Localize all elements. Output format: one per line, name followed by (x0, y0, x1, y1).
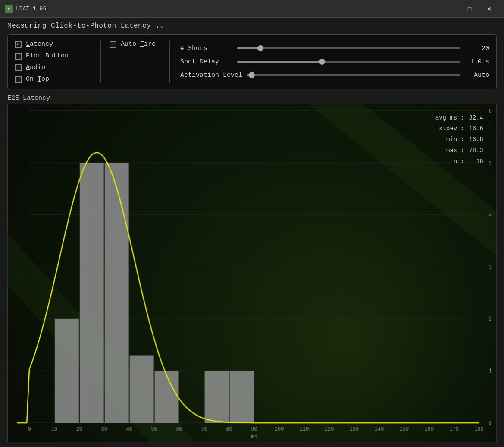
plot-button-label: Plot Button (26, 52, 69, 60)
shot-delay-value: 1.0 s (466, 58, 489, 66)
activation-level-value: Auto (466, 72, 489, 79)
shots-slider[interactable] (237, 47, 460, 49)
window-controls: ─ □ ✕ (440, 0, 499, 18)
activation-level-slider[interactable] (247, 74, 460, 76)
latency-checkbox[interactable]: Latency (15, 41, 92, 48)
stats-overlay: avg ms : 32.4 stdev : 16.6 min : 16.8 ma… (430, 113, 483, 167)
maximize-button[interactable]: □ (460, 0, 479, 18)
avg-label: avg ms : (430, 113, 464, 123)
sliders-section: # Shots 20 Shot Delay 1.0 s (170, 41, 489, 83)
options-checkboxes: Latency Plot Button Audio On Top (15, 41, 101, 83)
main-content: Measuring Click-to-Photon Latency... Lat… (0, 18, 504, 447)
n-label: n : (430, 156, 464, 167)
shot-delay-slider[interactable] (237, 61, 460, 63)
auto-fire-checkbox-box[interactable] (110, 41, 116, 48)
activation-level-row: Activation Level Auto (180, 72, 489, 79)
audio-checkbox[interactable]: Audio (15, 64, 92, 71)
ontop-label: On Top (26, 76, 49, 83)
app-icon: ■ (5, 5, 13, 13)
ontop-checkbox-box[interactable] (15, 76, 22, 83)
main-window: ■ LDAT 1.96 ─ □ ✕ Measuring Click-to-Pho… (0, 0, 504, 447)
stdev-label: stdev : (430, 123, 464, 134)
min-value: 16.8 (466, 134, 483, 145)
status-text: Measuring Click-to-Photon Latency... (7, 22, 497, 30)
stdev-value: 16.6 (466, 123, 483, 134)
n-value: 18 (466, 156, 483, 167)
plot-button-checkbox-box[interactable] (15, 53, 22, 60)
close-button[interactable]: ✕ (479, 0, 499, 18)
max-value: 78.3 (466, 145, 483, 156)
avg-value: 32.4 (466, 113, 483, 123)
chart-title: E2E Latency (7, 94, 497, 102)
chart-section: E2E Latency avg ms : 32.4 stdev : 16.6 m… (7, 94, 497, 442)
plot-button-checkbox[interactable]: Plot Button (15, 52, 92, 60)
audio-checkbox-box[interactable] (15, 64, 22, 71)
window-title: LDAT 1.96 (16, 6, 440, 12)
activation-level-label: Activation Level (180, 72, 242, 79)
latency-label: Latency (26, 41, 53, 48)
minimize-button[interactable]: ─ (440, 0, 460, 18)
chart-container: avg ms : 32.4 stdev : 16.6 min : 16.8 ma… (7, 104, 497, 442)
shot-delay-label: Shot Delay (180, 58, 232, 66)
app-icon-text: ■ (7, 6, 10, 11)
shot-delay-row: Shot Delay 1.0 s (180, 58, 489, 66)
controls-panel: Latency Plot Button Audio On Top (7, 34, 497, 89)
shots-value: 20 (466, 45, 489, 52)
latency-checkbox-box[interactable] (15, 41, 22, 48)
auto-fire-label: Auto Fire (121, 41, 156, 48)
shots-label: # Shots (180, 45, 232, 52)
min-label: min : (430, 134, 464, 145)
titlebar: ■ LDAT 1.96 ─ □ ✕ (0, 0, 504, 18)
audio-label: Audio (26, 64, 45, 71)
shots-row: # Shots 20 (180, 45, 489, 52)
auto-fire-section: Auto Fire (101, 41, 170, 83)
chart-canvas (8, 104, 496, 442)
max-label: max : (430, 145, 464, 156)
auto-fire-checkbox[interactable]: Auto Fire (110, 41, 156, 48)
ontop-checkbox[interactable]: On Top (15, 76, 92, 83)
